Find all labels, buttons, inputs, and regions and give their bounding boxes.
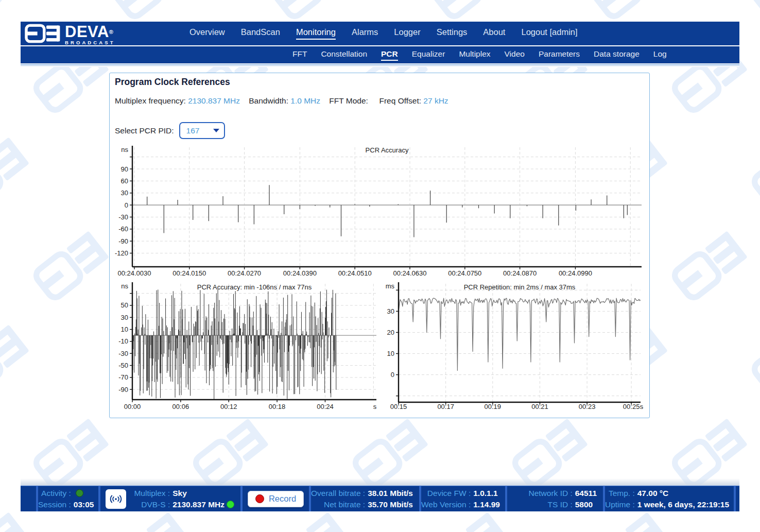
bandwidth-value: 1.0 MHz <box>290 96 320 105</box>
pcr-pid-value: 167 <box>186 126 200 135</box>
lock-status-green-icon <box>227 501 234 508</box>
svg-text:00:15: 00:15 <box>390 403 407 410</box>
chevron-down-icon <box>213 129 219 132</box>
svg-text:10: 10 <box>121 325 128 333</box>
freq-offset-label: Freq Offset: <box>379 96 421 105</box>
multiplex-frequency-label: Multiplex frequency: <box>115 96 186 105</box>
subnav-item-fft[interactable]: FFT <box>292 49 307 61</box>
watermark-logo <box>747 132 760 213</box>
statusbar-segment-record: Record <box>243 486 309 511</box>
bandwidth-label: Bandwidth: <box>249 96 288 105</box>
activity-status-icon <box>76 489 83 497</box>
svg-text:00:24.0030: 00:24.0030 <box>117 269 151 277</box>
svg-text:00:24.0510: 00:24.0510 <box>338 269 372 277</box>
status-label: Activity : <box>38 488 71 499</box>
svg-text:00:25: 00:25 <box>623 403 640 410</box>
svg-text:00:24: 00:24 <box>317 403 334 410</box>
statusbar-segment-multiplex-info: Multiplex :SkyDVB-S :2130.837 MHz <box>100 486 240 511</box>
statusbar: Activity :Session :03:05Multiplex :SkyDV… <box>21 486 739 511</box>
statusbar-segment-versions: Device FW :1.0.1.1Web Version :1.14.99 <box>421 486 505 511</box>
pcr-accuracy-noise-chart: 503010-10-30-50-70-9000:0000:0600:1200:1… <box>115 281 382 415</box>
pcr-pid-label: Select PCR PID: <box>115 126 174 135</box>
status-label: DVB-S : <box>134 499 170 510</box>
nav-item-logout-admin-[interactable]: Logout [admin] <box>521 27 577 40</box>
status-label: Net bitrate : <box>311 499 365 510</box>
status-label: Multiplex : <box>134 488 170 499</box>
svg-text:30: 30 <box>121 189 128 197</box>
pcr-pid-select[interactable]: 167 <box>179 122 225 139</box>
svg-text:-30: -30 <box>118 350 128 357</box>
svg-text:50: 50 <box>121 301 128 309</box>
fft-mode-label: FFT Mode: <box>329 96 368 105</box>
watermark-logo <box>29 226 116 307</box>
nav-item-logger[interactable]: Logger <box>394 27 420 40</box>
status-label: TS ID : <box>528 499 572 510</box>
svg-text:90: 90 <box>121 165 128 173</box>
nav-item-monitoring[interactable]: Monitoring <box>296 27 336 40</box>
status-label: Temp. : <box>605 488 635 499</box>
svg-text:00:24.0270: 00:24.0270 <box>228 269 261 277</box>
nav-item-bandscan[interactable]: BandScan <box>241 27 280 40</box>
status-label: Web Version : <box>421 499 471 510</box>
subnav-item-multiplex[interactable]: Multiplex <box>459 49 490 61</box>
watermark-logo <box>747 320 760 401</box>
svg-text:s: s <box>640 403 644 410</box>
svg-text:00:12: 00:12 <box>220 403 237 410</box>
subnav-item-pcr[interactable]: PCR <box>381 49 398 61</box>
header-bottom-strip <box>21 63 739 67</box>
page-title: Program Clock References <box>115 77 230 88</box>
record-button[interactable]: Record <box>248 491 304 507</box>
status-value: 1 week, 6 days, 22:19:15 <box>637 499 729 510</box>
status-value: 1.14.99 <box>473 499 500 510</box>
svg-text:-120: -120 <box>115 249 128 257</box>
subnav-item-constellation[interactable]: Constellation <box>321 49 367 61</box>
svg-text:00:00: 00:00 <box>124 403 141 410</box>
subnav-item-equalizer[interactable]: Equalizer <box>412 49 445 61</box>
pcr-repetition-chart: 302010000:1500:1700:1900:2100:2300:25msP… <box>382 281 647 415</box>
svg-text:30: 30 <box>121 314 128 321</box>
status-value: 2130.837 MHz <box>172 499 234 510</box>
svg-text:PCR Repetition: min 2ms / max: PCR Repetition: min 2ms / max 37ms <box>464 283 576 291</box>
pcr-pid-row: Select PCR PID: 167 <box>115 122 225 139</box>
watermark-logo <box>0 320 36 401</box>
status-label: Uptime : <box>605 499 635 510</box>
page: OverviewBandScanMonitoringAlarmsLoggerSe… <box>0 0 760 532</box>
statusbar-segment-bitrates: Overall bitrate :38.01 Mbit/sNet bitrate… <box>311 486 419 511</box>
deva-logo[interactable]: DEVA® BROADCAST <box>25 24 115 45</box>
status-value: 03:05 <box>74 499 94 510</box>
svg-text:20: 20 <box>387 329 394 336</box>
status-value: 64511 <box>575 488 597 499</box>
subnav-item-log[interactable]: Log <box>653 49 667 61</box>
watermark-logo <box>747 0 760 25</box>
status-value <box>74 488 94 499</box>
svg-text:30: 30 <box>387 307 394 315</box>
subnav-item-data-storage[interactable]: Data storage <box>594 49 640 61</box>
statusbar-spacer <box>736 486 739 511</box>
status-value: 5800 <box>575 499 597 510</box>
multiplex-frequency-value: 2130.837 MHz <box>188 96 240 105</box>
svg-text:00:23: 00:23 <box>579 403 596 410</box>
statusbar-segment-temp-uptime: Temp. :47.00 °CUptime :1 week, 6 days, 2… <box>605 486 734 511</box>
svg-text:s: s <box>373 403 377 410</box>
watermark-logo <box>667 226 754 307</box>
svg-text:-60: -60 <box>118 225 128 233</box>
svg-text:00:24.0390: 00:24.0390 <box>283 269 317 277</box>
nav-item-about[interactable]: About <box>483 27 505 40</box>
nav-item-overview[interactable]: Overview <box>189 27 225 40</box>
main-nav-items: OverviewBandScanMonitoringAlarmsLoggerSe… <box>189 27 578 40</box>
nav-item-settings[interactable]: Settings <box>437 27 468 40</box>
svg-text:-90: -90 <box>118 386 128 393</box>
brand-subtitle: BROADCAST <box>65 40 115 45</box>
subnav-item-parameters[interactable]: Parameters <box>539 49 580 61</box>
svg-text:00:17: 00:17 <box>437 403 454 410</box>
svg-text:00:24.0750: 00:24.0750 <box>448 269 481 277</box>
status-label: Device FW : <box>421 488 471 499</box>
watermark-logo <box>747 507 760 532</box>
statusbar-segment-activity-session: Activity :Session :03:05 <box>38 486 98 511</box>
subnav-item-video[interactable]: Video <box>505 49 525 61</box>
svg-text:-70: -70 <box>118 373 128 381</box>
svg-text:00:19: 00:19 <box>485 403 502 410</box>
freq-offset-value: 27 kHz <box>423 96 448 105</box>
nav-item-alarms[interactable]: Alarms <box>352 27 378 40</box>
pcr-accuracy-history-chart: 9060300-30-60-90-12000:24.003000:24.0150… <box>115 146 644 279</box>
